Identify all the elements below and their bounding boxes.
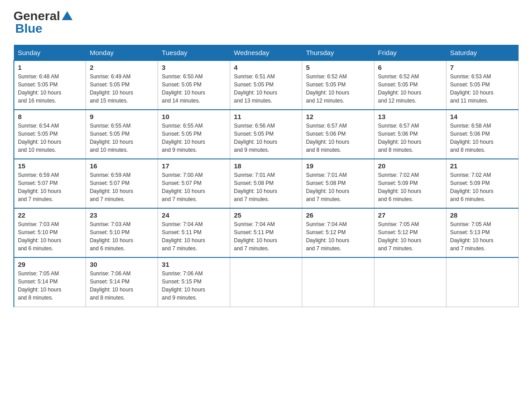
day-info: Sunrise: 7:06 AMSunset: 5:15 PMDaylight:… xyxy=(162,270,226,302)
page-header: General Blue xyxy=(13,9,519,36)
logo: General Blue xyxy=(13,9,73,36)
day-cell-31: 31 Sunrise: 7:06 AMSunset: 5:15 PMDaylig… xyxy=(158,257,230,307)
day-number: 24 xyxy=(162,211,226,219)
day-info: Sunrise: 6:50 AMSunset: 5:05 PMDaylight:… xyxy=(162,73,226,105)
weekday-header-tuesday: Tuesday xyxy=(158,45,230,61)
day-number: 22 xyxy=(18,211,82,219)
empty-cell-4-4 xyxy=(302,257,374,307)
day-number: 11 xyxy=(234,113,298,120)
day-number: 4 xyxy=(234,64,298,71)
day-number: 30 xyxy=(90,261,154,268)
day-info: Sunrise: 6:52 AMSunset: 5:05 PMDaylight:… xyxy=(378,73,442,105)
day-cell-14: 14 Sunrise: 6:58 AMSunset: 5:06 PMDaylig… xyxy=(446,110,519,159)
week-row-3: 15 Sunrise: 6:59 AMSunset: 5:07 PMDaylig… xyxy=(14,159,519,208)
day-cell-30: 30 Sunrise: 7:06 AMSunset: 5:14 PMDaylig… xyxy=(86,257,158,307)
day-number: 31 xyxy=(162,261,226,268)
day-cell-11: 11 Sunrise: 6:56 AMSunset: 5:05 PMDaylig… xyxy=(230,110,302,159)
day-number: 7 xyxy=(450,64,515,71)
day-info: Sunrise: 7:04 AMSunset: 5:12 PMDaylight:… xyxy=(306,220,370,253)
day-cell-22: 22 Sunrise: 7:03 AMSunset: 5:10 PMDaylig… xyxy=(14,208,86,257)
day-info: Sunrise: 7:03 AMSunset: 5:10 PMDaylight:… xyxy=(90,220,154,253)
empty-cell-4-3 xyxy=(230,257,302,307)
day-info: Sunrise: 7:01 AMSunset: 5:08 PMDaylight:… xyxy=(306,171,370,203)
day-number: 2 xyxy=(90,64,154,71)
day-cell-10: 10 Sunrise: 6:55 AMSunset: 5:05 PMDaylig… xyxy=(158,110,230,159)
week-row-1: 1 Sunrise: 6:48 AMSunset: 5:05 PMDayligh… xyxy=(14,60,519,110)
day-number: 17 xyxy=(162,162,226,170)
day-info: Sunrise: 7:05 AMSunset: 5:13 PMDaylight:… xyxy=(450,220,515,253)
day-cell-13: 13 Sunrise: 6:57 AMSunset: 5:06 PMDaylig… xyxy=(374,110,446,159)
week-row-5: 29 Sunrise: 7:05 AMSunset: 5:14 PMDaylig… xyxy=(14,257,519,307)
day-cell-7: 7 Sunrise: 6:53 AMSunset: 5:05 PMDayligh… xyxy=(446,60,519,110)
day-number: 29 xyxy=(18,261,82,268)
day-cell-26: 26 Sunrise: 7:04 AMSunset: 5:12 PMDaylig… xyxy=(302,208,374,257)
day-cell-29: 29 Sunrise: 7:05 AMSunset: 5:14 PMDaylig… xyxy=(14,257,86,307)
day-info: Sunrise: 6:58 AMSunset: 5:06 PMDaylight:… xyxy=(450,122,515,154)
weekday-header-wednesday: Wednesday xyxy=(230,45,302,61)
day-number: 21 xyxy=(450,162,515,170)
day-info: Sunrise: 7:03 AMSunset: 5:10 PMDaylight:… xyxy=(18,220,82,253)
day-info: Sunrise: 6:51 AMSunset: 5:05 PMDaylight:… xyxy=(234,73,298,105)
day-info: Sunrise: 7:05 AMSunset: 5:12 PMDaylight:… xyxy=(378,220,442,253)
day-cell-28: 28 Sunrise: 7:05 AMSunset: 5:13 PMDaylig… xyxy=(446,208,519,257)
calendar-table: SundayMondayTuesdayWednesdayThursdayFrid… xyxy=(13,45,519,307)
weekday-header-friday: Friday xyxy=(374,45,446,61)
day-info: Sunrise: 7:00 AMSunset: 5:07 PMDaylight:… xyxy=(162,171,226,203)
day-cell-17: 17 Sunrise: 7:00 AMSunset: 5:07 PMDaylig… xyxy=(158,159,230,208)
day-info: Sunrise: 6:48 AMSunset: 5:05 PMDaylight:… xyxy=(18,73,82,105)
logo-blue-text: Blue xyxy=(15,21,43,36)
day-number: 18 xyxy=(234,162,298,170)
day-cell-9: 9 Sunrise: 6:55 AMSunset: 5:05 PMDayligh… xyxy=(86,110,158,159)
day-number: 8 xyxy=(18,113,82,120)
day-cell-16: 16 Sunrise: 6:59 AMSunset: 5:07 PMDaylig… xyxy=(86,159,158,208)
day-info: Sunrise: 7:06 AMSunset: 5:14 PMDaylight:… xyxy=(90,270,154,302)
day-number: 10 xyxy=(162,113,226,120)
day-info: Sunrise: 6:52 AMSunset: 5:05 PMDaylight:… xyxy=(306,73,370,105)
week-row-4: 22 Sunrise: 7:03 AMSunset: 5:10 PMDaylig… xyxy=(14,208,519,257)
day-cell-8: 8 Sunrise: 6:54 AMSunset: 5:05 PMDayligh… xyxy=(14,110,86,159)
day-info: Sunrise: 7:02 AMSunset: 5:09 PMDaylight:… xyxy=(450,171,515,203)
day-cell-15: 15 Sunrise: 6:59 AMSunset: 5:07 PMDaylig… xyxy=(14,159,86,208)
weekday-header-monday: Monday xyxy=(86,45,158,61)
day-cell-21: 21 Sunrise: 7:02 AMSunset: 5:09 PMDaylig… xyxy=(446,159,519,208)
empty-cell-4-5 xyxy=(374,257,446,307)
day-number: 19 xyxy=(306,162,370,170)
day-cell-3: 3 Sunrise: 6:50 AMSunset: 5:05 PMDayligh… xyxy=(158,60,230,110)
day-info: Sunrise: 6:55 AMSunset: 5:05 PMDaylight:… xyxy=(162,122,226,154)
day-number: 28 xyxy=(450,211,515,219)
day-info: Sunrise: 7:04 AMSunset: 5:11 PMDaylight:… xyxy=(234,220,298,253)
day-info: Sunrise: 6:59 AMSunset: 5:07 PMDaylight:… xyxy=(18,171,82,203)
logo-triangle-icon xyxy=(62,11,73,20)
day-number: 25 xyxy=(234,211,298,219)
day-info: Sunrise: 7:01 AMSunset: 5:08 PMDaylight:… xyxy=(234,171,298,203)
day-cell-4: 4 Sunrise: 6:51 AMSunset: 5:05 PMDayligh… xyxy=(230,60,302,110)
day-cell-23: 23 Sunrise: 7:03 AMSunset: 5:10 PMDaylig… xyxy=(86,208,158,257)
day-cell-27: 27 Sunrise: 7:05 AMSunset: 5:12 PMDaylig… xyxy=(374,208,446,257)
day-number: 23 xyxy=(90,211,154,219)
day-cell-1: 1 Sunrise: 6:48 AMSunset: 5:05 PMDayligh… xyxy=(14,60,86,110)
day-number: 12 xyxy=(306,113,370,120)
day-number: 20 xyxy=(378,162,442,170)
day-number: 13 xyxy=(378,113,442,120)
day-info: Sunrise: 7:05 AMSunset: 5:14 PMDaylight:… xyxy=(18,270,82,302)
day-cell-12: 12 Sunrise: 6:57 AMSunset: 5:06 PMDaylig… xyxy=(302,110,374,159)
weekday-header-row: SundayMondayTuesdayWednesdayThursdayFrid… xyxy=(14,45,519,61)
day-info: Sunrise: 7:02 AMSunset: 5:09 PMDaylight:… xyxy=(378,171,442,203)
day-number: 16 xyxy=(90,162,154,170)
day-info: Sunrise: 6:55 AMSunset: 5:05 PMDaylight:… xyxy=(90,122,154,154)
day-info: Sunrise: 6:57 AMSunset: 5:06 PMDaylight:… xyxy=(378,122,442,154)
weekday-header-sunday: Sunday xyxy=(14,45,86,61)
day-cell-25: 25 Sunrise: 7:04 AMSunset: 5:11 PMDaylig… xyxy=(230,208,302,257)
day-number: 6 xyxy=(378,64,442,71)
day-info: Sunrise: 6:59 AMSunset: 5:07 PMDaylight:… xyxy=(90,171,154,203)
empty-cell-4-6 xyxy=(446,257,519,307)
weekday-header-thursday: Thursday xyxy=(302,45,374,61)
day-cell-5: 5 Sunrise: 6:52 AMSunset: 5:05 PMDayligh… xyxy=(302,60,374,110)
day-cell-2: 2 Sunrise: 6:49 AMSunset: 5:05 PMDayligh… xyxy=(86,60,158,110)
day-info: Sunrise: 7:04 AMSunset: 5:11 PMDaylight:… xyxy=(162,220,226,253)
day-info: Sunrise: 6:56 AMSunset: 5:05 PMDaylight:… xyxy=(234,122,298,154)
day-number: 1 xyxy=(18,64,82,71)
day-info: Sunrise: 6:54 AMSunset: 5:05 PMDaylight:… xyxy=(18,122,82,154)
day-info: Sunrise: 6:57 AMSunset: 5:06 PMDaylight:… xyxy=(306,122,370,154)
day-cell-24: 24 Sunrise: 7:04 AMSunset: 5:11 PMDaylig… xyxy=(158,208,230,257)
